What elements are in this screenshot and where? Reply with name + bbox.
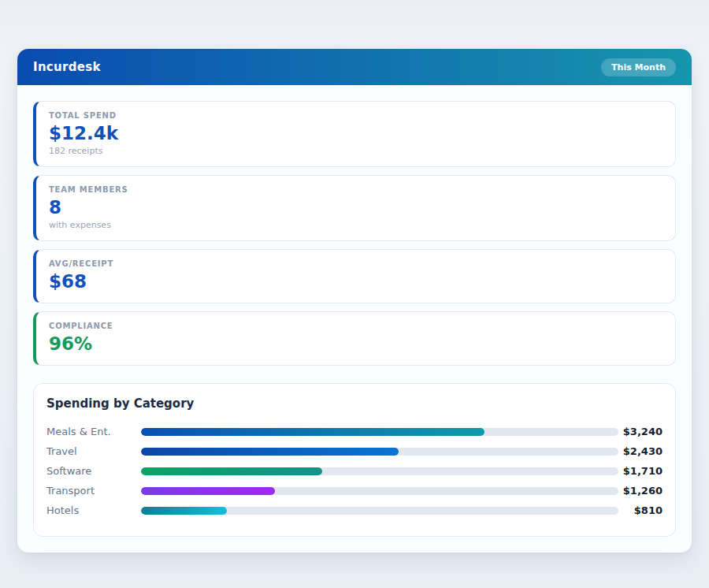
- stat-card: TOTAL SPEND $12.4k 182 receipts: [33, 101, 676, 167]
- bar-track: [141, 448, 618, 456]
- bar-fill: [141, 448, 399, 456]
- bar-fill: [141, 467, 322, 475]
- stat-value: $68: [49, 270, 663, 293]
- bar-track: [141, 487, 618, 495]
- chart-row: Travel $2,430: [46, 441, 663, 461]
- category-label: Meals & Ent.: [46, 426, 141, 437]
- category-value: $3,240: [618, 426, 663, 437]
- category-label: Travel: [46, 445, 141, 457]
- chart-row: Transport $1,260: [46, 481, 663, 501]
- stat-card: TEAM MEMBERS 8 with expenses: [33, 175, 676, 241]
- app-body: TOTAL SPEND $12.4k 182 receipts TEAM MEM…: [17, 85, 692, 553]
- bar-track: [141, 507, 618, 515]
- stat-value: $12.4k: [49, 121, 663, 145]
- category-value: $2,430: [618, 445, 663, 457]
- period-badge[interactable]: This Month: [601, 58, 676, 76]
- stat-sub: 182 receipts: [49, 145, 663, 157]
- stat-label: COMPLIANCE: [49, 321, 663, 332]
- stat-sub: with expenses: [49, 219, 663, 231]
- chart-title: Spending by Category: [46, 396, 663, 411]
- app-header: Incurdesk This Month: [17, 49, 692, 85]
- category-value: $1,710: [618, 465, 663, 477]
- bar-fill: [141, 428, 484, 436]
- stat-value: 96%: [49, 332, 663, 355]
- bar-track: [141, 467, 618, 475]
- chart-row: Meals & Ent. $3,240: [46, 422, 663, 441]
- category-value: $1,260: [618, 485, 663, 497]
- stat-label: TOTAL SPEND: [49, 110, 663, 121]
- bar-fill: [141, 487, 275, 495]
- stat-card: COMPLIANCE 96%: [33, 311, 676, 366]
- chart-row: Software $1,710: [46, 461, 663, 481]
- app-title: Incurdesk: [33, 60, 101, 74]
- bar-fill: [141, 507, 227, 515]
- chart-row: Hotels $810: [46, 501, 663, 520]
- stat-label: TEAM MEMBERS: [49, 184, 663, 195]
- bar-track: [141, 428, 618, 436]
- stat-label: AVG/RECEIPT: [49, 259, 663, 270]
- category-label: Hotels: [46, 504, 141, 516]
- stat-card: AVG/RECEIPT $68: [33, 249, 676, 303]
- spending-chart-card: Spending by Category Meals & Ent. $3,240…: [33, 383, 676, 537]
- category-label: Transport: [46, 485, 141, 497]
- stat-value: 8: [49, 195, 663, 219]
- category-value: $810: [618, 504, 663, 516]
- category-label: Software: [46, 465, 141, 477]
- dashboard-panel: Incurdesk This Month TOTAL SPEND $12.4k …: [17, 49, 692, 553]
